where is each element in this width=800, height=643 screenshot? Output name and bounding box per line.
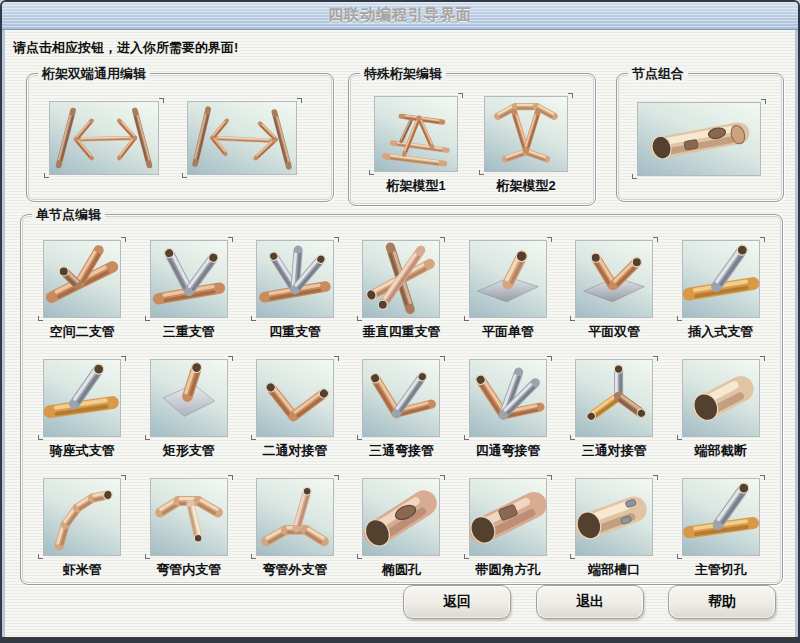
- tile-segmented-elbow[interactable]: 虾米管: [43, 478, 121, 579]
- tile-label: 弯管外支管: [263, 561, 328, 579]
- tile-pipe-spatial-two-branch[interactable]: 空间二支管: [43, 240, 121, 341]
- tile-label: 带圆角方孔: [475, 561, 540, 579]
- group-truss-universal-body: [27, 74, 333, 201]
- tile-label: 三重支管: [163, 323, 215, 341]
- exit-button[interactable]: 退出: [536, 585, 644, 619]
- tile-end-cutoff[interactable]: 端部截断: [682, 359, 760, 460]
- truss-model-2-icon: [484, 96, 568, 172]
- tile-truss-model-1[interactable]: 桁架模型1: [374, 96, 458, 195]
- tile-main-pipe-cut-hole[interactable]: 主管切孔: [682, 478, 760, 579]
- tile-truss-k-left[interactable]: [49, 101, 159, 175]
- tile-label: 三通对接管: [582, 442, 647, 460]
- tile-label: 空间二支管: [50, 323, 115, 341]
- tile-label: 平面单管: [482, 323, 534, 341]
- tile-label: 四通弯接管: [475, 442, 540, 460]
- pipe-vertical-quad-branch-icon: [362, 240, 440, 318]
- end-slot-icon: [575, 478, 653, 556]
- group-single-node-body: 空间二支管三重支管四重支管垂直四重支管平面单管平面双管插入式支管骑座式支管矩形支…: [21, 215, 782, 584]
- tile-pipe-triple-branch[interactable]: 三重支管: [150, 240, 228, 341]
- tile-label: 端部截断: [695, 442, 747, 460]
- tile-label: 矩形支管: [163, 442, 215, 460]
- tile-label: 主管切孔: [695, 561, 747, 579]
- tile-rect-branch-pipe[interactable]: 矩形支管: [150, 359, 228, 460]
- pipe-quad-branch-icon: [256, 240, 334, 318]
- tile-label: 骑座式支管: [50, 442, 115, 460]
- rounded-square-hole-icon: [469, 478, 547, 556]
- tile-label: 垂直四重支管: [362, 323, 440, 341]
- tile-four-way-elbow-joint[interactable]: 四通弯接管: [469, 359, 547, 460]
- elliptical-hole-icon: [362, 478, 440, 556]
- tile-combined-node-pipe[interactable]: [637, 102, 761, 176]
- dialog-content: 请点击相应按钮，进入你所需要的界面! 桁架双端通用编辑 特殊桁架编辑 桁架模型1…: [5, 30, 795, 637]
- group-special-truss-body: 桁架模型1桁架模型2: [349, 74, 595, 205]
- back-button[interactable]: 返回: [403, 585, 511, 619]
- three-way-elbow-joint-icon: [362, 359, 440, 437]
- group-node-combo-body: [617, 74, 783, 201]
- tile-saddle-branch-pipe[interactable]: 骑座式支管: [43, 359, 121, 460]
- tile-label: 三通弯接管: [369, 442, 434, 460]
- four-way-elbow-joint-icon: [469, 359, 547, 437]
- group-truss-universal: 桁架双端通用编辑: [26, 73, 334, 202]
- tile-label: 桁架模型1: [386, 177, 445, 195]
- pipe-spatial-two-branch-icon: [43, 240, 121, 318]
- tile-label: 四重支管: [269, 323, 321, 341]
- bend-inner-branch-icon: [150, 478, 228, 556]
- plate-double-pipe-icon: [575, 240, 653, 318]
- tile-truss-model-2[interactable]: 桁架模型2: [484, 96, 568, 195]
- rect-branch-pipe-icon: [150, 359, 228, 437]
- plate-single-pipe-icon: [469, 240, 547, 318]
- tile-label: 弯管内支管: [156, 561, 221, 579]
- tile-label: 插入式支管: [688, 323, 753, 341]
- group-node-combo: 节点组合: [616, 73, 784, 202]
- window-title: 四联动编程引导界面: [328, 6, 472, 25]
- truss-k-left-icon: [49, 101, 159, 175]
- tile-bend-outer-branch[interactable]: 弯管外支管: [256, 478, 334, 579]
- tile-plate-double-pipe[interactable]: 平面双管: [575, 240, 653, 341]
- tile-bend-inner-branch[interactable]: 弯管内支管: [150, 478, 228, 579]
- end-cutoff-icon: [682, 359, 760, 437]
- tile-insert-branch-pipe[interactable]: 插入式支管: [682, 240, 760, 341]
- tile-two-way-butt-joint[interactable]: 二通对接管: [256, 359, 334, 460]
- tile-label: 端部槽口: [588, 561, 640, 579]
- tile-pipe-quad-branch[interactable]: 四重支管: [256, 240, 334, 341]
- tile-rounded-square-hole[interactable]: 带圆角方孔: [469, 478, 547, 579]
- main-pipe-cut-hole-icon: [682, 478, 760, 556]
- instruction-text: 请点击相应按钮，进入你所需要的界面!: [13, 39, 238, 57]
- help-button[interactable]: 帮助: [668, 585, 776, 619]
- tile-end-slot[interactable]: 端部槽口: [575, 478, 653, 579]
- tile-three-way-elbow-joint[interactable]: 三通弯接管: [362, 359, 440, 460]
- group-single-node: 单节点编辑 空间二支管三重支管四重支管垂直四重支管平面单管平面双管插入式支管骑座…: [20, 214, 783, 585]
- tile-plate-single-pipe[interactable]: 平面单管: [469, 240, 547, 341]
- two-way-butt-joint-icon: [256, 359, 334, 437]
- segmented-elbow-icon: [43, 478, 121, 556]
- three-way-butt-joint-icon: [575, 359, 653, 437]
- tile-label: 平面双管: [588, 323, 640, 341]
- insert-branch-pipe-icon: [682, 240, 760, 318]
- truss-model-1-icon: [374, 96, 458, 172]
- bend-outer-branch-icon: [256, 478, 334, 556]
- truss-k-right-icon: [187, 101, 297, 175]
- saddle-branch-pipe-icon: [43, 359, 121, 437]
- combined-node-pipe-icon: [637, 102, 761, 176]
- tile-label: 虾米管: [63, 561, 102, 579]
- tile-pipe-vertical-quad-branch[interactable]: 垂直四重支管: [362, 240, 440, 341]
- title-bar[interactable]: 四联动编程引导界面: [2, 2, 798, 30]
- pipe-triple-branch-icon: [150, 240, 228, 318]
- tile-three-way-butt-joint[interactable]: 三通对接管: [575, 359, 653, 460]
- dialog-window: 四联动编程引导界面 请点击相应按钮，进入你所需要的界面! 桁架双端通用编辑 特殊…: [0, 0, 800, 643]
- tile-label: 桁架模型2: [496, 177, 555, 195]
- group-special-truss: 特殊桁架编辑 桁架模型1桁架模型2: [348, 73, 596, 206]
- tile-elliptical-hole[interactable]: 椭圆孔: [362, 478, 440, 579]
- tile-truss-k-right[interactable]: [187, 101, 297, 175]
- tile-label: 椭圆孔: [382, 561, 421, 579]
- tile-label: 二通对接管: [263, 442, 328, 460]
